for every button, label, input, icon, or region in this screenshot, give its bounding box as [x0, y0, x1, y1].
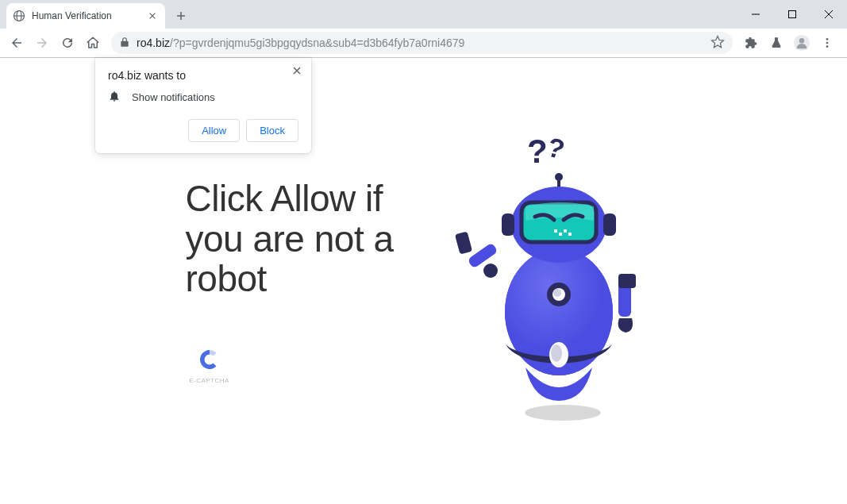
notification-permission-popup: ro4.biz wants to Show notifications Allo… — [95, 58, 311, 153]
svg-rect-29 — [502, 214, 514, 236]
window-close-button[interactable] — [810, 0, 847, 29]
allow-button[interactable]: Allow — [188, 119, 240, 142]
block-button[interactable]: Block — [246, 119, 298, 142]
captcha-label: E-CAPTCHA — [189, 377, 229, 384]
svg-point-25 — [553, 289, 561, 297]
url-text: ro4.biz/?p=gvrdenjqmu5gi3bpgqydsna&sub4=… — [137, 37, 704, 49]
bell-icon — [108, 90, 121, 105]
svg-rect-4 — [789, 11, 796, 18]
captcha-c-icon — [197, 347, 222, 372]
svg-point-12 — [525, 405, 601, 421]
extensions-icon[interactable] — [739, 31, 763, 55]
svg-rect-14 — [454, 231, 472, 254]
svg-point-9 — [826, 45, 829, 48]
svg-point-18 — [619, 274, 632, 287]
svg-text:?: ? — [527, 133, 548, 170]
svg-point-27 — [555, 173, 563, 181]
back-button[interactable] — [5, 31, 29, 55]
svg-point-7 — [826, 38, 829, 40]
window-maximize-button[interactable] — [774, 0, 810, 29]
browser-tab[interactable]: Human Verification — [6, 3, 165, 29]
popup-request-text: Show notifications — [132, 91, 215, 103]
svg-rect-35 — [564, 229, 567, 233]
popup-close-icon[interactable] — [289, 63, 305, 79]
browser-toolbar: ro4.biz/?p=gvrdenjqmu5gi3bpgqydsna&sub4=… — [0, 29, 847, 57]
address-bar[interactable]: ro4.biz/?p=gvrdenjqmu5gi3bpgqydsna&sub4=… — [111, 32, 733, 54]
svg-rect-36 — [568, 233, 572, 236]
tab-strip: Human Verification — [0, 0, 847, 29]
page-content: ro4.biz wants to Show notifications Allo… — [0, 58, 847, 504]
svg-text:?: ? — [544, 131, 568, 164]
captcha-logo: E-CAPTCHA — [186, 347, 233, 384]
svg-point-8 — [826, 42, 829, 44]
svg-rect-30 — [603, 214, 616, 236]
lock-icon — [119, 37, 130, 50]
svg-point-6 — [799, 38, 804, 43]
new-tab-button[interactable] — [170, 5, 192, 27]
menu-icon[interactable] — [815, 31, 839, 55]
tab-title: Human Verification — [32, 10, 140, 21]
robot-illustration: ? ? — [440, 131, 662, 433]
svg-point-22 — [551, 344, 562, 362]
tab-close-icon[interactable] — [146, 10, 159, 22]
labs-icon[interactable] — [764, 31, 788, 55]
reload-button[interactable] — [56, 31, 79, 55]
svg-rect-33 — [554, 229, 557, 233]
home-button[interactable] — [81, 31, 105, 55]
profile-icon[interactable] — [790, 31, 814, 55]
page-headline: Click Allow if you are not a robot — [186, 179, 408, 299]
svg-point-15 — [483, 264, 498, 278]
forward-button[interactable] — [30, 31, 54, 55]
window-minimize-button[interactable] — [737, 0, 774, 29]
popup-title: ro4.biz wants to — [108, 69, 298, 82]
star-icon[interactable] — [710, 35, 725, 52]
globe-icon — [13, 10, 25, 22]
svg-rect-34 — [559, 233, 562, 236]
